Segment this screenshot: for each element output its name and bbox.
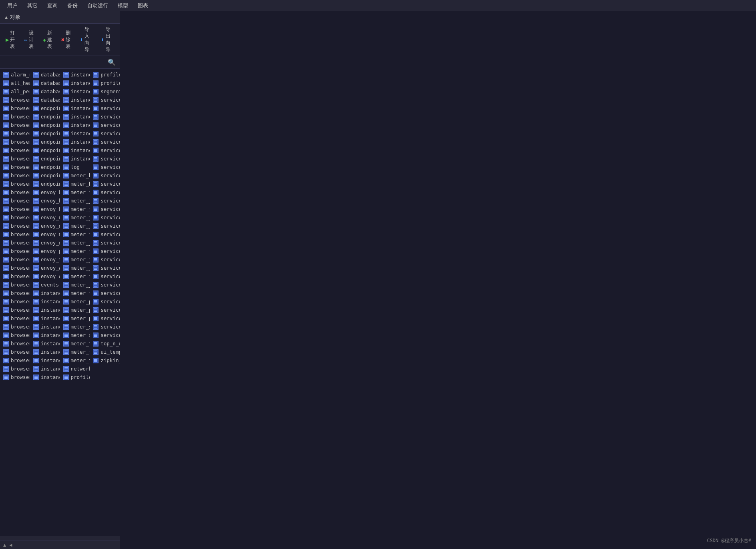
table-row[interactable]: meter_http_server_requests_duration xyxy=(60,180,90,188)
table-row[interactable]: instance_jvm_thread_peak_count xyxy=(60,129,90,138)
table-row[interactable]: instance_clr_cpu xyxy=(30,306,60,314)
table-row[interactable]: service_instance_relation_server_resp_ti… xyxy=(90,188,120,196)
table-row[interactable]: log xyxy=(60,163,90,171)
table-row[interactable]: meter_jvm_gc_pause_count xyxy=(60,230,90,238)
table-row[interactable]: browser_app_page_trans_avg xyxy=(0,297,30,306)
open-table-button[interactable]: ▶ 打开表 xyxy=(3,29,18,51)
export-wizard-button[interactable]: ⬆ 导出向导 xyxy=(99,25,117,54)
table-row[interactable]: meter_jvm_threads_peak xyxy=(60,289,90,297)
table-row[interactable]: envoy_total_connections_used xyxy=(30,255,60,264)
table-row[interactable]: meter_tomcat_sessions_active_current xyxy=(60,339,90,348)
table-row[interactable]: segment xyxy=(90,87,120,96)
table-row[interactable]: service_sla xyxy=(90,323,120,331)
table-row[interactable]: service_relation_server_percentile xyxy=(90,289,120,297)
table-row[interactable]: events xyxy=(30,281,60,289)
table-row[interactable]: service_relation_server_side xyxy=(90,306,120,314)
table-row[interactable]: browser_app_page_res_avg xyxy=(0,264,30,272)
table-row[interactable]: service_instance_relation_server_cpm xyxy=(90,171,120,180)
table-row[interactable]: instance_jvm_young_gc_time xyxy=(60,146,90,154)
table-row[interactable]: envoy_bug_failures xyxy=(30,188,60,196)
table-row[interactable]: browser_app_page_fpt_avg xyxy=(0,205,30,213)
table-row[interactable]: zipkin_span xyxy=(90,356,120,365)
menu-item-autorun[interactable]: 自动运行 xyxy=(83,1,112,10)
delete-table-button[interactable]: ✖ 删除表 xyxy=(59,29,74,51)
table-row[interactable]: service_instance_relation_client_call_sl… xyxy=(90,121,120,129)
table-row[interactable]: endpoint_relation_server_side xyxy=(30,154,60,163)
menu-item-other[interactable]: 其它 xyxy=(23,1,42,10)
import-wizard-button[interactable]: ⬇ 导入向导 xyxy=(77,25,95,54)
table-row[interactable]: browser_app_page_first_pack_percentile xyxy=(0,180,30,188)
table-row[interactable]: meter_jvm_classes_unloaded xyxy=(60,222,90,230)
table-row[interactable]: browser_app_error_rate xyxy=(0,96,30,104)
table-row[interactable]: instance_clr_available_completion_port_t… xyxy=(30,289,60,297)
table-row[interactable]: browser_app_page_dom_ready_avg xyxy=(0,138,30,146)
table-row[interactable]: instance_jvm_memory_heap xyxy=(30,373,60,381)
table-row[interactable]: database_access_sla xyxy=(30,96,60,104)
panel-collapse-icon[interactable]: ▲ xyxy=(5,14,8,20)
table-row[interactable]: instance_clr_heap_memory xyxy=(30,339,60,348)
table-row[interactable]: meter_process_files_open xyxy=(60,314,90,323)
table-row[interactable]: endpoint_relation_cpm xyxy=(30,129,60,138)
table-row[interactable]: all_heatmap xyxy=(0,79,30,87)
table-row[interactable]: endpoint_relation_percentile xyxy=(30,138,60,146)
table-row[interactable]: envoy_memory_allocated xyxy=(30,213,60,222)
table-row[interactable]: browser_app_page_ttl_avg xyxy=(0,314,30,323)
table-row[interactable]: browser_app_page_ttl_percentile xyxy=(0,323,30,331)
table-row[interactable]: service_instance_relation_client_percent… xyxy=(90,138,120,146)
table-row[interactable]: service_instance_relation_client_resp_ti… xyxy=(90,146,120,154)
table-row[interactable]: instance_jvm_young_gc_count xyxy=(60,138,90,146)
table-row[interactable]: meter_jvm_threads_live xyxy=(60,281,90,289)
table-row[interactable]: endpoint_cpm xyxy=(30,112,60,121)
table-row[interactable]: meter_jvm_memory_max xyxy=(60,255,90,264)
table-row[interactable]: browser_app_page_error_rate xyxy=(0,154,30,163)
status-back-icon[interactable]: ◀ xyxy=(9,542,12,548)
table-row[interactable]: service_instance_relation_client_cpm xyxy=(90,129,120,138)
table-row[interactable]: endpoint_relation_resp_time xyxy=(30,146,60,154)
menu-item-model[interactable]: 模型 xyxy=(114,1,132,10)
table-row[interactable]: browser_app_page_ajax_error_sum xyxy=(0,112,30,121)
table-row[interactable]: browser_app_page_resource_error_sum xyxy=(0,272,30,281)
table-row[interactable]: service_instance_resp_time xyxy=(90,205,120,213)
table-row[interactable]: browser_app_page_js_error_sum xyxy=(0,222,30,230)
table-row[interactable]: service_instance_sla xyxy=(90,213,120,222)
table-row[interactable]: browser_app_page_dom_analysis_avg xyxy=(0,129,30,138)
table-row[interactable]: profile_task xyxy=(60,373,90,381)
table-row[interactable]: envoy_parent_connections_used xyxy=(30,247,60,255)
table-row[interactable]: service_instance_relation_client_side xyxy=(90,154,120,163)
table-row[interactable]: browser_app_error_sum xyxy=(0,104,30,112)
table-row[interactable]: meter_process_files_max xyxy=(60,306,90,314)
table-row[interactable]: service_relation_client_call_sla xyxy=(90,230,120,238)
table-row[interactable]: service_apdex xyxy=(90,96,120,104)
table-row[interactable]: service_instance_cpm xyxy=(90,112,120,121)
table-row[interactable]: browser_app_single_version_error_sum xyxy=(0,356,30,365)
table-row[interactable]: service_relation_server_call_sla xyxy=(90,272,120,281)
table-row[interactable]: alarm_record xyxy=(0,70,30,79)
table-row[interactable]: meter_jvm_classes_loaded xyxy=(60,213,90,222)
table-row[interactable]: browser_app_page_dns_avg xyxy=(0,121,30,129)
table-row[interactable]: service_cpm xyxy=(90,104,120,112)
table-row[interactable]: browser_app_pv xyxy=(0,339,30,348)
table-row[interactable]: profile_task_log xyxy=(90,70,120,79)
table-row[interactable]: service_relation_client_percentile xyxy=(90,247,120,255)
table-row[interactable]: instance_jvm_cpu xyxy=(30,365,60,373)
table-row[interactable]: browser_app_page_fmp_percentile xyxy=(0,196,30,205)
content-area[interactable]: alarm_recorddatabase_access_cpminstance_… xyxy=(0,69,120,536)
table-row[interactable]: browser_app_page_load_page_avg xyxy=(0,230,30,238)
table-row[interactable]: endpoint_traffic xyxy=(30,180,60,188)
table-row[interactable]: profile_task_segment_snapshot xyxy=(90,79,120,87)
table-row[interactable]: network_address_alias xyxy=(60,365,90,373)
table-row[interactable]: envoy_heap_memory_used xyxy=(30,205,60,213)
table-row[interactable]: instance_jvm_memory_noheap xyxy=(60,79,90,87)
table-row[interactable]: service_relation_server_cpm xyxy=(90,281,120,289)
table-row[interactable]: browser_app_page_ssl_avg xyxy=(0,281,30,289)
table-row[interactable]: meter_system_cpu_usage xyxy=(60,323,90,331)
table-row[interactable]: instance_clr_available_worker_threads xyxy=(30,297,60,306)
table-row[interactable]: meter_jvm_memory_committed xyxy=(60,247,90,255)
horizontal-scrollbar[interactable] xyxy=(0,536,120,541)
table-row[interactable]: instance_clr_max_completion_port_threads xyxy=(30,348,60,356)
table-row[interactable]: browser_app_single_version_pv xyxy=(0,365,30,373)
table-row[interactable]: service_relation_client_resp_time xyxy=(90,255,120,264)
search-icon[interactable]: 🔍 xyxy=(107,58,117,67)
table-row[interactable]: browser_app_page_redirect_avg xyxy=(0,255,30,264)
table-row[interactable]: top_n_database_statement xyxy=(90,339,120,348)
